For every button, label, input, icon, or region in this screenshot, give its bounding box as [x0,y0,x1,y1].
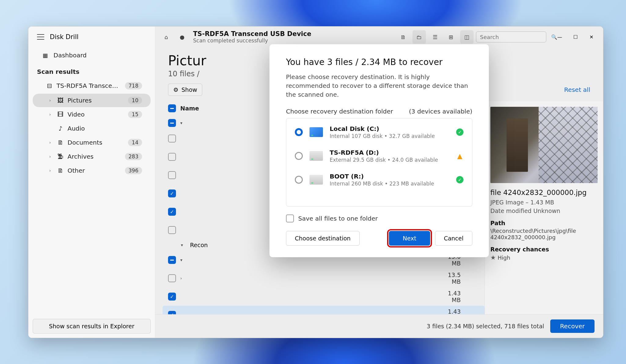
grid-icon: ▦ [42,52,49,59]
category-pictures[interactable]: ›🖼Pictures10 [33,94,151,107]
radio-icon [295,176,303,184]
drive-icon [309,127,323,137]
radio-icon [295,128,303,136]
section-scan-results: Scan results [28,63,155,78]
category-video[interactable]: ›🎞Video15 [33,108,151,121]
drive-icon [309,151,323,161]
destination-list: Local Disk (C:)Internal 107 GB disk • 32… [286,118,472,207]
destination-option[interactable]: Local Disk (C:)Internal 107 GB disk • 32… [286,120,472,144]
drive-icon: ⊟ [46,82,53,89]
dest-count: (3 devices available) [409,108,472,115]
tree-device[interactable]: ⊟ TS-RDF5A Transcend US... 718 [33,79,151,92]
warn-icon: ▲ [456,152,463,160]
ok-icon: ✓ [456,128,463,136]
category-documents[interactable]: ›🗎Documents14 [33,136,151,149]
save-one-folder-checkbox[interactable]: Save all files to one folder [286,214,472,222]
next-button[interactable]: Next [389,231,430,246]
category-other[interactable]: ›🗎Other396 [33,164,151,177]
category-audio[interactable]: ♪Audio [33,122,151,135]
cancel-button[interactable]: Cancel [435,231,472,246]
nav-dashboard[interactable]: ▦ Dashboard [28,47,155,63]
modal-desc: Please choose recovery destination. It i… [286,73,472,99]
destination-option[interactable]: TS-RDF5A (D:)External 29.5 GB disk • 24.… [286,144,472,168]
modal-title: You have 3 files / 2.34 MB to recover [286,57,472,67]
category-archives[interactable]: ›🗜Archives283 [33,150,151,163]
sidebar: Disk Drill ▦ Dashboard Scan results ⊟ TS… [28,27,155,338]
radio-icon [295,152,303,160]
destination-option[interactable]: BOOT (R:)Internal 260 MB disk • 223 MB a… [286,168,472,192]
dest-label: Choose recovery destination folder [286,108,393,115]
main-panel: ⌂ ● TS-RDF5A Transcend USB Device Scan c… [155,27,603,338]
modal-overlay: You have 3 files / 2.34 MB to recover Pl… [155,27,603,338]
recovery-modal: You have 3 files / 2.34 MB to recover Pl… [269,44,489,257]
ok-icon: ✓ [456,176,463,183]
app-window: Disk Drill ▦ Dashboard Scan results ⊟ TS… [28,26,603,338]
menu-icon[interactable] [37,34,44,40]
drive-icon [309,175,323,185]
show-in-explorer-button[interactable]: Show scan results in Explorer [33,319,151,333]
app-name: Disk Drill [50,33,79,41]
checkbox-icon [286,214,294,222]
choose-destination-button[interactable]: Choose destination [286,231,360,246]
